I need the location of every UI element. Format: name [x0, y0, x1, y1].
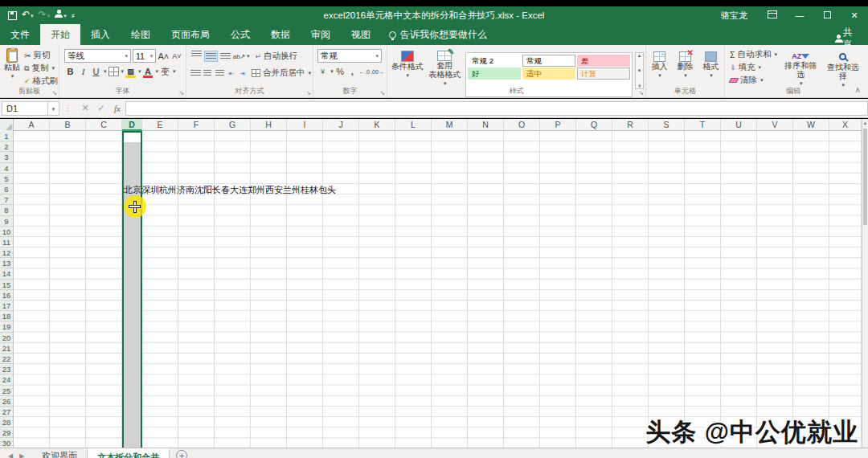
- underline-button[interactable]: U: [90, 66, 102, 77]
- clipboard-dialog-launcher[interactable]: ↘: [51, 89, 57, 96]
- column-header-X[interactable]: X: [829, 119, 862, 131]
- cell-style-chip[interactable]: 好: [468, 67, 521, 80]
- column-header-H[interactable]: H: [251, 119, 287, 131]
- column-header-J[interactable]: J: [323, 119, 359, 131]
- column-header-S[interactable]: S: [649, 119, 685, 131]
- row-header-1[interactable]: 1: [0, 131, 13, 141]
- row-header-3[interactable]: 3: [0, 152, 13, 162]
- column-header-D[interactable]: D: [122, 119, 142, 131]
- wrap-text-button[interactable]: ↵自动换行: [256, 50, 298, 63]
- row-header-28[interactable]: 28: [0, 417, 13, 427]
- row-header-21[interactable]: 21: [0, 343, 13, 354]
- row-header-27[interactable]: 27: [0, 407, 13, 417]
- row-header-22[interactable]: 22: [0, 354, 13, 364]
- row-header-2[interactable]: 2: [0, 141, 13, 152]
- row-header-10[interactable]: 10: [0, 227, 13, 237]
- clear-button[interactable]: 清除▾: [730, 74, 777, 87]
- touch-mode-icon[interactable]: ▾: [55, 6, 67, 25]
- align-left-icon[interactable]: [190, 67, 201, 79]
- collapse-ribbon-icon[interactable]: ˄: [855, 86, 860, 95]
- row-header-9[interactable]: 9: [0, 216, 13, 227]
- column-header-U[interactable]: U: [721, 119, 757, 131]
- minimize-button[interactable]: —: [786, 6, 813, 24]
- fill-color-icon[interactable]: ▨: [125, 66, 137, 77]
- active-cell[interactable]: [124, 133, 141, 142]
- column-header-W[interactable]: W: [793, 119, 829, 131]
- row-header-7[interactable]: 7: [0, 194, 13, 205]
- row-header-13[interactable]: 13: [0, 258, 13, 268]
- row-header-14[interactable]: 14: [0, 268, 13, 279]
- orientation-icon[interactable]: ab↗: [233, 51, 245, 62]
- column-header-O[interactable]: O: [504, 119, 540, 131]
- row-header-6[interactable]: 6: [0, 184, 13, 194]
- row-header-19[interactable]: 19: [0, 321, 13, 332]
- font-family-select[interactable]: 等线▾: [64, 49, 131, 63]
- row-header-5[interactable]: 5: [0, 174, 13, 184]
- cell-style-chip[interactable]: 常规 2: [468, 55, 521, 67]
- sheet-nav-arrows[interactable]: ◀▶: [0, 448, 32, 458]
- accounting-format-icon[interactable]: ¥: [317, 66, 328, 77]
- autosum-button[interactable]: Σ自动求和▾: [730, 48, 777, 61]
- save-icon[interactable]: [8, 11, 17, 20]
- ribbon-tab-insert[interactable]: 插入: [80, 24, 121, 45]
- worksheet-grid[interactable]: 北京深圳杭州济南沈阳长春大连郑州西安兰州桂林包头: [0, 131, 862, 458]
- row-header-26[interactable]: 26: [0, 396, 13, 407]
- column-header-P[interactable]: P: [540, 119, 576, 131]
- row-header-8[interactable]: 8: [0, 205, 13, 215]
- column-header-Q[interactable]: Q: [576, 119, 612, 131]
- row-header-17[interactable]: 17: [0, 301, 13, 311]
- sheet-tab-split-merge[interactable]: 文本拆分和合并: [88, 448, 170, 458]
- select-all-corner[interactable]: [0, 119, 14, 131]
- column-header-N[interactable]: N: [468, 119, 504, 131]
- enter-icon[interactable]: ✓: [93, 103, 109, 113]
- ribbon-tab-data[interactable]: 数据: [260, 24, 301, 45]
- column-header-C[interactable]: C: [86, 119, 122, 131]
- scroll-up-icon[interactable]: ▲: [862, 119, 868, 127]
- redo-icon[interactable]: ↷▾: [39, 6, 51, 25]
- column-header-V[interactable]: V: [757, 119, 793, 131]
- decrease-indent-icon[interactable]: ⇤: [227, 67, 237, 79]
- name-box-dropdown-icon[interactable]: ▾: [48, 101, 59, 116]
- insert-function-icon[interactable]: fx: [109, 104, 125, 113]
- column-header-T[interactable]: T: [685, 119, 721, 131]
- styles-dialog-launcher[interactable]: ↘: [638, 89, 644, 96]
- row-header-24[interactable]: 24: [0, 374, 13, 385]
- cell-style-chip[interactable]: 计算: [577, 67, 630, 80]
- copy-button[interactable]: ⧉复制▾: [24, 62, 58, 75]
- phonetic-guide-icon[interactable]: 变: [159, 66, 171, 77]
- row-header-23[interactable]: 23: [0, 364, 13, 374]
- row-header-11[interactable]: 11: [0, 237, 13, 247]
- increase-indent-icon[interactable]: ⇥: [237, 67, 248, 79]
- scrollbar-thumb[interactable]: [863, 129, 867, 225]
- ribbon-display-options-icon[interactable]: [759, 6, 786, 24]
- font-size-select[interactable]: 11▾: [133, 49, 156, 63]
- ribbon-tab-home[interactable]: 开始: [40, 24, 80, 45]
- align-right-icon[interactable]: [215, 67, 226, 79]
- ribbon-tab-page-layout[interactable]: 页面布局: [161, 24, 220, 45]
- comma-style-icon[interactable]: ,: [347, 66, 358, 77]
- increase-decimal-icon[interactable]: ←.0: [359, 66, 370, 77]
- column-header-L[interactable]: L: [395, 119, 432, 131]
- align-center-icon[interactable]: [202, 67, 213, 79]
- column-header-K[interactable]: K: [359, 119, 395, 131]
- styles-gallery-scrollbar[interactable]: ▲▼⇟: [635, 52, 644, 89]
- decrease-decimal-icon[interactable]: .00→: [371, 66, 383, 77]
- ribbon-tab-view[interactable]: 视图: [341, 24, 381, 45]
- top-align-icon[interactable]: [190, 51, 203, 62]
- ribbon-tab-draw[interactable]: 绘图: [121, 24, 161, 45]
- share-button[interactable]: 共享: [829, 31, 862, 47]
- column-header-E[interactable]: E: [142, 119, 178, 131]
- column-header-R[interactable]: R: [612, 119, 649, 131]
- borders-icon[interactable]: [108, 66, 120, 77]
- row-header-20[interactable]: 20: [0, 333, 13, 343]
- row-header-15[interactable]: 15: [0, 280, 13, 290]
- restore-button[interactable]: [813, 6, 841, 24]
- bottom-align-icon[interactable]: [219, 51, 232, 62]
- ribbon-tab-file[interactable]: 文件: [0, 24, 40, 45]
- row-header-29[interactable]: 29: [0, 427, 13, 438]
- cell-style-chip[interactable]: 常规: [522, 55, 575, 67]
- alignment-dialog-launcher[interactable]: ↘: [305, 89, 311, 96]
- add-sheet-button[interactable]: +: [176, 450, 187, 458]
- column-header-I[interactable]: I: [287, 119, 323, 131]
- formula-input[interactable]: [125, 101, 868, 116]
